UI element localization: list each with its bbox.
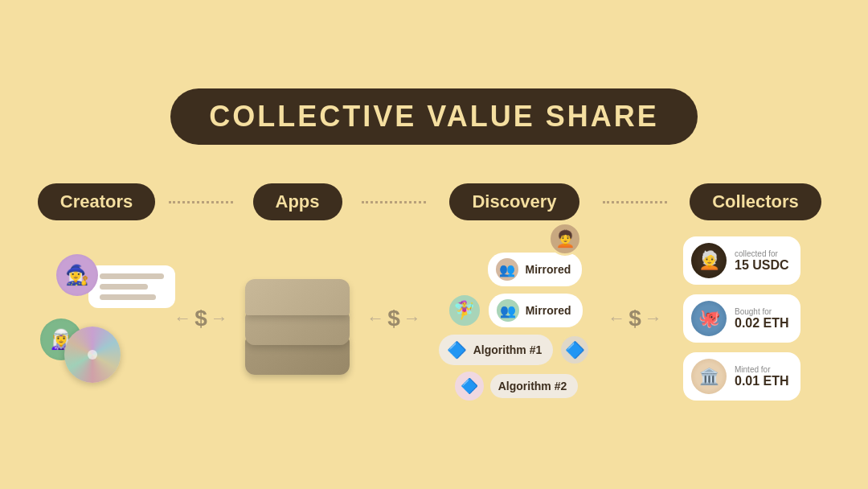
collector-info-2: Bought for 0.02 ETH [735, 307, 789, 331]
collectors-label: Collectors [690, 183, 821, 220]
collector-item-3: 🏛️ Minted for 0.01 ETH [683, 352, 800, 401]
collector-label-2: Bought for [735, 307, 789, 316]
algo-2-icon-circle: 🔷 [455, 372, 484, 401]
collector-avatar-2: 🐙 [691, 301, 727, 336]
stack-layer-1 [245, 279, 350, 315]
collectors-content: 🧑‍🦳 collected for 15 USDC 🐙 Bought for 0… [667, 236, 844, 401]
collector-avatar-img-2: 🐙 [691, 301, 727, 336]
arrow-left-2: ← [366, 308, 384, 329]
collector-items-list: 🧑‍🦳 collected for 15 USDC 🐙 Bought for 0… [683, 236, 828, 401]
algo-1-label: Algorithm #1 [473, 343, 542, 356]
mirrored-1-label: Mirrored [525, 263, 571, 276]
dollar-sign-2: ← $ → [366, 306, 421, 331]
arrow-right-1: → [211, 308, 228, 329]
discovery-content: 🧑‍🦱 👥 Mirrored 🧚‍♀️ 👥 Mirrored 🔷 Algorit… [426, 236, 603, 401]
connector-1 [169, 201, 233, 203]
discovery-wrapper: 🧑‍🦱 👥 Mirrored 🧚‍♀️ 👥 Mirrored 🔷 Algorit… [439, 236, 591, 401]
algo-1-icon: 🔷 [447, 340, 467, 360]
collector-label-1: collected for [735, 249, 789, 258]
collector-item-1: 🧑‍🦳 collected for 15 USDC [683, 236, 800, 285]
arrow-right-2: → [403, 308, 421, 329]
arrow-right-3: → [645, 308, 662, 329]
disc-center [88, 350, 97, 360]
collector-label-3: Minted for [735, 365, 789, 374]
collector-info-1: collected for 15 USDC [735, 249, 789, 273]
collector-value-3: 0.01 ETH [735, 374, 789, 388]
arrow-left-3: ← [608, 308, 625, 329]
discovery-item-mirrored-2: 👥 Mirrored [489, 294, 583, 327]
dollar-2: $ [387, 306, 400, 331]
discovery-item-mirrored-1: 👥 Mirrored [488, 253, 582, 286]
dollar-sign-1: ← $ → [174, 306, 228, 331]
discovery-floating-avatar: 🧑‍🦱 [548, 222, 582, 256]
collector-value-1: 15 USDC [735, 258, 789, 273]
discovery-item-algo-1: 🔷 Algorithm #1 [439, 335, 554, 365]
mirrored-2-icon: 👥 [497, 299, 519, 322]
connector-2 [362, 201, 426, 203]
app-stack [245, 279, 350, 375]
collector-value-2: 0.02 ETH [735, 316, 789, 331]
creator-disc [64, 327, 121, 383]
apps-content [233, 263, 362, 375]
collector-avatar-img-3: 🏛️ [691, 359, 727, 394]
discovery-item-algo-2: Algorithm #2 [490, 374, 579, 398]
text-line-1 [100, 273, 164, 279]
discovery-label: Discovery [449, 183, 579, 220]
dollar-3: $ [628, 306, 641, 331]
connector-3 [603, 201, 667, 203]
arrow-left-1: ← [174, 308, 191, 329]
algo-1-group: 🔷 Algorithm #1 🔷 [439, 335, 591, 365]
collector-item-2: 🐙 Bought for 0.02 ETH [683, 294, 800, 343]
creators-label: Creators [38, 183, 155, 220]
collector-avatar-3: 🏛️ [691, 359, 727, 394]
creators-label-container: Creators [24, 183, 169, 220]
creator-avatars-group: 🧙‍♀️ 🧝‍♀️ [40, 254, 153, 383]
collectors-label-container: Collectors [667, 183, 844, 220]
text-line-2 [100, 284, 148, 290]
creators-content: 🧙‍♀️ 🧝‍♀️ [24, 254, 169, 383]
algo-2-label: Algorithm #2 [498, 380, 567, 392]
algo-1-avatar: 🔷 [559, 335, 590, 365]
mirrored-2-group: 🧚‍♀️ 👥 Mirrored [447, 293, 583, 328]
mirrored-2-label: Mirrored [526, 304, 571, 317]
dollar-1: $ [194, 306, 207, 331]
creator-avatar-1: 🧙‍♀️ [56, 254, 98, 296]
dollar-connector-2: ← $ → [362, 306, 426, 331]
collector-info-3: Minted for 0.01 ETH [735, 365, 789, 388]
collector-avatar-1: 🧑‍🦳 [691, 243, 727, 278]
creator-text-bubble [88, 265, 175, 308]
algo-2-group: 🔷 Algorithm #2 [455, 372, 579, 401]
apps-label-container: Apps [233, 183, 362, 220]
mirrored-2-avatar: 🧚‍♀️ [447, 293, 482, 328]
discovery-label-container: Discovery [426, 183, 603, 220]
apps-label: Apps [253, 183, 342, 220]
collector-avatar-img-1: 🧑‍🦳 [691, 243, 727, 278]
main-title: COLLECTIVE VALUE SHARE [170, 88, 697, 145]
dollar-sign-3: ← $ → [608, 306, 662, 331]
dollar-connector-3: ← $ → [603, 306, 667, 331]
text-line-3 [100, 294, 156, 300]
mirrored-1-icon: 👥 [496, 258, 518, 281]
dollar-connector-1: ← $ → [169, 306, 233, 331]
